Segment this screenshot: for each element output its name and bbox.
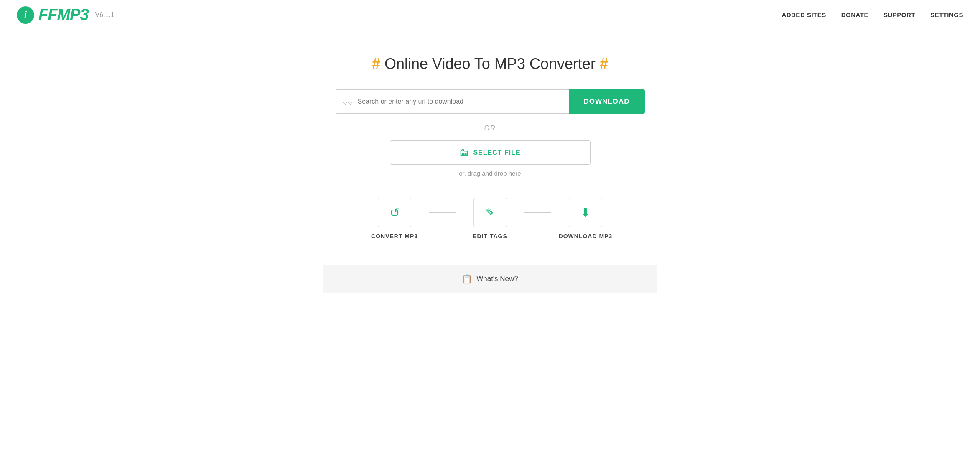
logo-text: FFMP3 — [38, 6, 89, 24]
search-box: ⌵⌵ — [336, 89, 569, 114]
whats-new-icon: 📋 — [462, 274, 472, 284]
edit-tags-icon: ✎ — [486, 206, 495, 219]
version-label: V6.1.1 — [95, 11, 115, 19]
download-mp3-label: DOWNLOAD MP3 — [559, 233, 613, 240]
folder-icon: 🗂 — [459, 147, 469, 158]
steps-section: ↺ CONVERT MP3 ✎ EDIT TAGS ⬇ DOWNLOAD MP3 — [361, 198, 620, 240]
select-file-button[interactable]: 🗂 SELECT FILE — [390, 140, 591, 165]
logo-icon-i: i — [17, 6, 34, 24]
nav-settings[interactable]: SETTINGS — [930, 11, 963, 18]
convert-mp3-label: CONVERT MP3 — [371, 233, 418, 240]
nav-added-sites[interactable]: ADDED SITES — [781, 11, 826, 18]
step-edit-tags: ✎ EDIT TAGS — [456, 198, 524, 240]
step-download-mp3: ⬇ DOWNLOAD MP3 — [551, 198, 619, 240]
search-chevron-icon: ⌵⌵ — [343, 97, 353, 106]
search-input[interactable] — [358, 98, 562, 105]
page-title: # Online Video To MP3 Converter # — [372, 55, 608, 73]
edit-tags-icon-box: ✎ — [473, 198, 507, 227]
convert-mp3-icon: ↺ — [389, 205, 400, 220]
drag-drop-text: or, drag and drop here — [459, 170, 521, 177]
step-connector-2 — [524, 212, 551, 213]
convert-mp3-icon-box: ↺ — [378, 198, 411, 227]
download-mp3-icon-box: ⬇ — [569, 198, 602, 227]
nav-support[interactable]: SUPPORT — [883, 11, 915, 18]
nav-bar: ADDED SITES DONATE SUPPORT SETTINGS — [781, 11, 963, 18]
whats-new-text: What's New? — [476, 275, 518, 283]
download-button[interactable]: DOWNLOAD — [569, 89, 645, 114]
title-hash-right: # — [600, 55, 608, 72]
step-connector-1 — [429, 212, 456, 213]
header: i FFMP3 V6.1.1 ADDED SITES DONATE SUPPOR… — [0, 0, 980, 30]
title-text: Online Video To MP3 Converter — [384, 55, 600, 72]
whats-new-section[interactable]: 📋 What's New? — [323, 265, 657, 293]
download-mp3-icon: ⬇ — [580, 206, 590, 220]
step-convert-mp3: ↺ CONVERT MP3 — [361, 198, 429, 240]
edit-tags-label: EDIT TAGS — [473, 233, 507, 240]
search-row: ⌵⌵ DOWNLOAD — [336, 89, 645, 114]
logo-area: i FFMP3 V6.1.1 — [17, 6, 115, 24]
or-divider: OR — [484, 125, 496, 132]
main-content: # Online Video To MP3 Converter # ⌵⌵ DOW… — [0, 30, 980, 310]
nav-donate[interactable]: DONATE — [841, 11, 868, 18]
select-file-label: SELECT FILE — [473, 149, 520, 156]
title-hash-left: # — [372, 55, 380, 72]
